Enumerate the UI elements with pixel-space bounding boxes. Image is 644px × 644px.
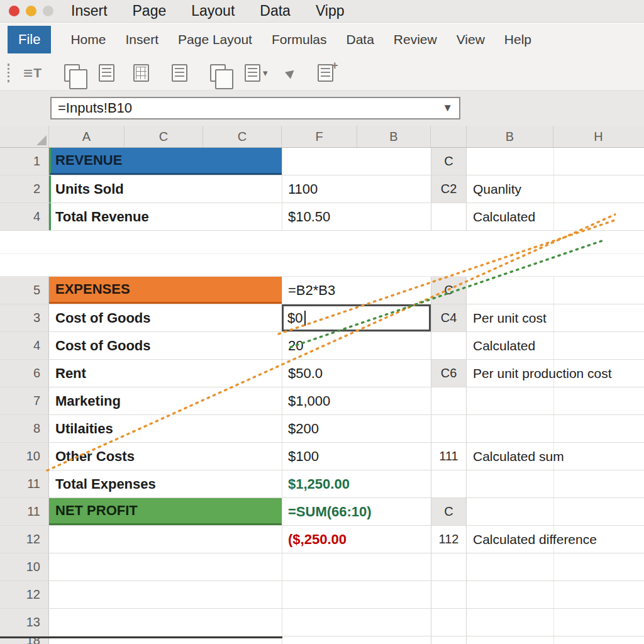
cell-label[interactable]: Rent xyxy=(49,360,282,387)
cell-h[interactable] xyxy=(553,636,644,644)
cell-h[interactable] xyxy=(553,415,644,442)
tab-view[interactable]: View xyxy=(457,32,485,47)
menu-insert[interactable]: Insert xyxy=(71,3,108,19)
tab-file[interactable]: File xyxy=(8,26,51,53)
cell-note[interactable] xyxy=(467,387,553,414)
list-add-icon[interactable]: + xyxy=(318,64,333,82)
cell-code[interactable] xyxy=(431,553,467,580)
cell-h[interactable] xyxy=(553,553,644,580)
column-header-h[interactable]: H xyxy=(553,126,643,147)
cell-note[interactable] xyxy=(467,498,553,525)
formula-input[interactable]: =Inputs!B10 ▼ xyxy=(50,97,460,119)
cell-code[interactable]: C xyxy=(431,277,467,304)
tab-formulas[interactable]: Formulas xyxy=(272,32,327,47)
cell-code[interactable]: C6 xyxy=(431,360,467,387)
cell-value[interactable] xyxy=(282,148,431,175)
row-header[interactable]: 11 xyxy=(0,498,49,525)
row-header[interactable]: 13 xyxy=(0,609,49,636)
cell-h[interactable] xyxy=(553,443,644,470)
cell-label[interactable]: Cost of Goods xyxy=(49,332,282,359)
cell-code[interactable] xyxy=(431,581,467,608)
cell-note[interactable] xyxy=(467,470,553,497)
cell-revenue-header[interactable]: REVENUE xyxy=(49,148,282,175)
cell-value[interactable]: =SUM(66:10) xyxy=(282,498,431,525)
cell-code[interactable] xyxy=(431,470,467,497)
cell-note[interactable]: Calculated sum xyxy=(467,443,553,470)
cell-note[interactable] xyxy=(467,636,553,644)
cell-note[interactable] xyxy=(467,148,553,175)
cell-label[interactable]: Units Sold xyxy=(49,175,282,203)
cell-h[interactable] xyxy=(553,609,644,636)
cell-h[interactable] xyxy=(553,581,644,608)
cell-h[interactable] xyxy=(553,470,644,497)
cell-note[interactable]: Per unit production cost xyxy=(467,360,553,387)
row-header[interactable]: 12 xyxy=(0,581,49,608)
column-header-narrow[interactable] xyxy=(431,126,467,147)
cell-code[interactable]: C4 xyxy=(431,304,467,331)
paste-icon[interactable] xyxy=(64,64,80,82)
cell-value[interactable]: $10.50 xyxy=(282,203,431,230)
row-header[interactable]: 5 xyxy=(0,277,49,304)
cell-code[interactable]: 111 xyxy=(431,443,467,470)
cell-code[interactable] xyxy=(431,636,467,644)
row-header[interactable]: 10 xyxy=(0,553,49,580)
cell-value[interactable]: $1,250.00 xyxy=(282,470,431,497)
cell-code[interactable] xyxy=(431,332,467,359)
cell-label[interactable]: Utilaities xyxy=(49,415,282,442)
select-all-corner[interactable] xyxy=(0,126,49,147)
cell-net-profit-header[interactable]: NET PROFIT xyxy=(49,498,282,525)
table-icon[interactable] xyxy=(133,64,149,82)
cell-note[interactable]: Calculated xyxy=(467,332,553,359)
cell-value[interactable] xyxy=(282,581,431,608)
row-header[interactable]: 7 xyxy=(0,387,49,414)
menu-data[interactable]: Data xyxy=(260,3,291,19)
selected-cell[interactable]: $0 xyxy=(282,304,431,331)
cell-note[interactable] xyxy=(467,277,553,304)
cell-label[interactable] xyxy=(49,553,282,580)
tab-insert[interactable]: Insert xyxy=(125,32,158,47)
pointer-icon[interactable] xyxy=(285,67,297,79)
column-header-c1[interactable]: C xyxy=(125,126,203,147)
cell-label[interactable]: Cost of Goods xyxy=(49,304,282,331)
menu-page[interactable]: Page xyxy=(133,3,167,19)
row-header[interactable]: 11 xyxy=(0,470,49,497)
cell-h[interactable] xyxy=(553,498,644,525)
formula-dropdown-icon[interactable]: ▼ xyxy=(442,102,453,114)
minimize-window-button[interactable] xyxy=(26,6,36,16)
column-header-b2[interactable]: B xyxy=(467,126,553,147)
cell-note[interactable]: Calculated difference xyxy=(467,526,553,553)
tab-home[interactable]: Home xyxy=(70,32,106,47)
fill-icon[interactable] xyxy=(245,64,260,82)
chevron-down-icon[interactable]: ▾ xyxy=(263,67,268,79)
sort-text-icon[interactable]: ≡T xyxy=(23,65,42,81)
cell-value[interactable]: 1100 xyxy=(282,175,431,203)
row-header[interactable]: 10 xyxy=(0,443,49,470)
column-header-a[interactable]: A xyxy=(49,126,125,147)
cell-label[interactable] xyxy=(49,526,282,553)
row-header[interactable]: 3 xyxy=(0,304,49,331)
cell-code[interactable] xyxy=(431,609,467,636)
row-header[interactable]: 4 xyxy=(0,332,49,359)
columns-icon[interactable] xyxy=(210,64,226,82)
cell-value[interactable]: $100 xyxy=(282,443,431,470)
cell-value[interactable]: =B2*B3 xyxy=(282,277,431,304)
tab-help[interactable]: Help xyxy=(504,32,531,47)
cell-value[interactable]: 20 xyxy=(282,332,431,359)
cell-h[interactable] xyxy=(553,175,644,203)
menu-layout[interactable]: Layout xyxy=(191,3,235,19)
cell-label[interactable]: Other Costs xyxy=(49,443,282,470)
cell-value[interactable]: $200 xyxy=(282,415,431,442)
cell-value[interactable]: ($,250.00 xyxy=(282,526,431,553)
cell-expenses-header[interactable]: EXPENSES xyxy=(49,277,282,304)
cell-label[interactable]: Marketing xyxy=(49,387,282,414)
toolbar-drag-handle[interactable] xyxy=(8,64,9,82)
document-icon[interactable] xyxy=(172,64,187,82)
row-header[interactable]: 1 xyxy=(0,148,49,175)
tab-page-layout[interactable]: Page Layout xyxy=(178,32,252,47)
cell-value[interactable]: $1,000 xyxy=(282,387,431,414)
zoom-window-button[interactable] xyxy=(43,6,53,16)
column-header-c2[interactable]: C xyxy=(203,126,282,147)
cell-h[interactable] xyxy=(553,148,644,175)
cell-value[interactable]: $50.0 xyxy=(282,360,431,387)
cell-h[interactable] xyxy=(553,304,644,331)
